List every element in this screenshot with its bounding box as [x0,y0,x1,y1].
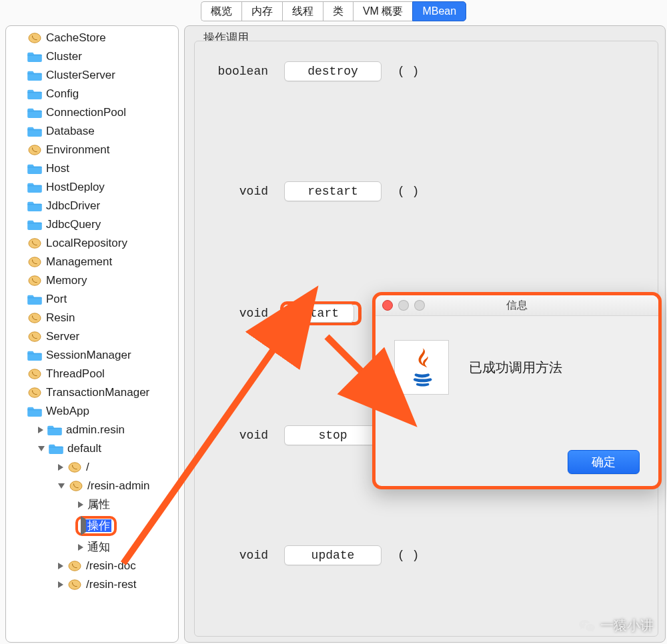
disclosure-triangle-icon[interactable] [78,544,83,551]
tree-node[interactable]: WebApp [6,402,178,421]
bean-icon [69,480,83,492]
dialog-title: 信息 [506,299,528,311]
bean-icon [27,32,42,44]
return-type-label: void [208,307,268,320]
disclosure-triangle-icon[interactable] [58,581,63,588]
tree-node-label: 属性 [87,497,110,512]
folder-icon [47,424,62,436]
tree-node[interactable]: Port [6,290,178,309]
tree-node[interactable]: Resin [6,309,178,327]
tree-node[interactable]: Memory [6,271,178,290]
svg-point-6 [29,332,41,341]
svg-point-0 [29,33,41,43]
spacer-icon [18,389,23,396]
tree-node[interactable]: Environment [6,141,178,159]
tree-node[interactable]: ClusterServer [6,66,178,85]
tree-node[interactable]: /resin-doc [6,557,178,575]
tree-node[interactable]: ThreadPool [6,365,178,383]
tree-node[interactable]: /resin-admin [6,477,178,495]
tree-node-label: Environment [46,143,109,157]
tree-node[interactable]: admin.resin [6,421,178,439]
tree-node[interactable]: HostDeploy [6,178,178,197]
spacer-icon [18,72,23,79]
tree-node[interactable]: 操作 [6,514,178,538]
tree-node-label: SessionManager [46,348,131,363]
invoke-restart-button[interactable]: restart [284,181,382,201]
disclosure-triangle-icon[interactable] [38,446,45,451]
tree-node[interactable]: JdbcDriver [6,197,178,215]
tree-node[interactable]: 属性 [6,495,178,514]
return-type-label: void [208,185,268,198]
tree-node[interactable]: /resin-rest [6,575,178,594]
tree-node[interactable]: TransactionManager [6,383,178,402]
tree-node[interactable]: 通知 [6,538,178,557]
tab-线程[interactable]: 线程 [282,1,323,21]
tree-node[interactable]: Database [6,122,178,141]
bean-icon [67,461,82,473]
spacer-icon [18,221,23,228]
tree-node[interactable]: ConnectionPool [6,103,178,122]
folder-icon [27,107,42,119]
tree-node-label: Database [46,124,95,139]
operation-row: booleandestroy( ) [195,61,658,81]
return-type-label: void [208,549,268,562]
tree-node[interactable]: / [6,458,178,477]
folder-icon [27,88,42,100]
spacer-icon [18,35,23,41]
tree-node-label: TransactionManager [46,385,149,400]
spacer-icon [18,109,23,116]
invoke-destroy-button[interactable]: destroy [284,61,382,81]
bean-icon [67,560,82,572]
invoke-start-button[interactable]: start [287,304,354,323]
tree-node[interactable]: Management [6,253,178,271]
annotation-highlight: start [280,301,362,325]
tab-VM 概要[interactable]: VM 概要 [353,1,412,21]
folder-icon [27,51,42,63]
tree-node-label: CacheStore [46,31,106,45]
svg-point-12 [69,580,81,589]
tree-node[interactable]: Cluster [6,47,178,66]
tree-node[interactable]: Host [6,159,178,178]
invoke-update-button[interactable]: update [284,545,382,565]
tab-类[interactable]: 类 [323,1,353,21]
dialog-titlebar[interactable]: 信息 [376,295,658,316]
disclosure-triangle-icon[interactable] [58,563,63,569]
bean-icon [27,331,42,343]
tree-node[interactable]: JdbcQuery [6,215,178,234]
disclosure-triangle-icon[interactable] [38,427,43,433]
mbean-tree[interactable]: CacheStoreClusterClusterServerConfigConn… [6,26,178,642]
spacer-icon [18,203,23,209]
folder-icon [27,163,42,175]
invoke-stop-button[interactable]: stop [284,425,382,445]
folder-icon [49,443,63,455]
close-icon[interactable] [382,300,393,311]
tree-node-label: ConnectionPool [46,105,126,120]
tree-node-label: default [67,441,101,456]
tree-node[interactable]: CacheStore [6,29,178,47]
tree-node-label: JdbcQuery [46,217,101,232]
bean-icon [27,275,42,287]
watermark-text: 一猿小讲 [600,617,654,635]
disclosure-triangle-icon[interactable] [78,501,83,508]
window-controls[interactable] [382,300,425,311]
tree-node[interactable]: LocalRepository [6,234,178,253]
tree-node[interactable]: default [6,439,178,458]
tab-MBean[interactable]: MBean [412,1,466,21]
spacer-icon [18,128,23,135]
bean-icon [27,387,42,399]
tree-node-label: 操作 [86,519,111,532]
tree-node-label: Config [46,87,79,101]
tree-node[interactable]: Config [6,85,178,103]
tree-node-label: Management [46,255,112,269]
ok-button[interactable]: 确定 [568,450,640,474]
tree-node-label: Port [46,292,67,307]
tab-内存[interactable]: 内存 [241,1,282,21]
disclosure-triangle-icon[interactable] [58,483,65,489]
disclosure-triangle-icon[interactable] [58,464,63,471]
folder-icon [27,200,42,212]
tree-node[interactable]: SessionManager [6,346,178,365]
tree-node[interactable]: Server [6,327,178,346]
tab-概览[interactable]: 概览 [201,1,241,21]
disclosure-triangle-icon[interactable] [81,516,86,535]
tree-node-label: / [86,460,89,475]
